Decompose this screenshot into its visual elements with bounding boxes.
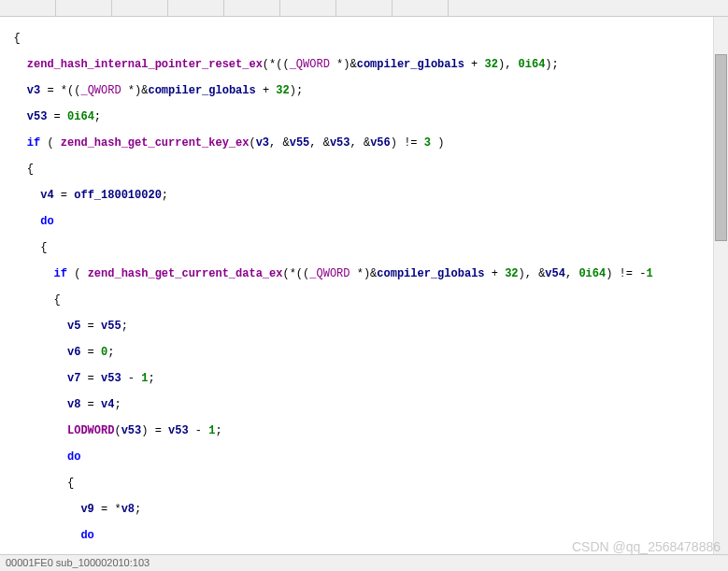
paren: (*(( (282, 267, 309, 280)
local-var: v8 (67, 398, 80, 411)
brace: { (0, 32, 21, 45)
local-var: v5 (67, 320, 80, 333)
code-view[interactable]: { zend_hash_internal_pointer_reset_ex(*(… (0, 17, 728, 554)
op: + (256, 84, 277, 97)
global-var: compiler_globals (148, 84, 255, 97)
local-var: v4 (101, 398, 114, 411)
op: *)& (121, 84, 149, 97)
op: ), & (519, 267, 546, 280)
indent (0, 267, 54, 280)
local-var: v7 (67, 372, 80, 385)
indent (0, 398, 67, 411)
indent (0, 320, 67, 333)
local-var: v55 (290, 136, 310, 150)
indent (0, 189, 40, 202)
paren: (*(( (263, 58, 290, 71)
semi: ; (215, 424, 221, 437)
toolbar (0, 0, 728, 17)
op: = (80, 346, 101, 359)
indent (0, 372, 67, 385)
toolbar-tab[interactable] (112, 0, 168, 16)
op: , & (269, 136, 290, 150)
local-var: v56 (370, 136, 391, 150)
toolbar-tab[interactable] (224, 0, 280, 16)
toolbar-tab[interactable] (280, 0, 336, 16)
semi: ; (162, 189, 168, 202)
number: 32 (276, 84, 289, 97)
op: + (485, 267, 506, 280)
status-address: 00001FE0 sub_100002010:103 (6, 557, 150, 569)
local-var: v3 (256, 136, 269, 150)
op: , & (350, 136, 371, 150)
toolbar-tab[interactable] (0, 0, 56, 16)
paren: ( (67, 267, 88, 280)
type: _QWORD (80, 84, 121, 97)
local-var: v53 (101, 372, 121, 385)
brace: { (0, 293, 61, 307)
toolbar-tab[interactable] (336, 0, 393, 16)
semi: ; (107, 346, 114, 359)
semi: ; (135, 503, 141, 516)
func-call: zend_hash_get_current_key_ex (61, 136, 250, 150)
type: _QWORD (309, 267, 350, 280)
func-call: zend_hash_internal_pointer_reset_ex (27, 58, 263, 71)
keyword-do: do (40, 215, 53, 228)
status-bar: 00001FE0 sub_100002010:103 (0, 554, 728, 571)
indent (0, 58, 27, 71)
toolbar-tab[interactable] (168, 0, 224, 16)
semi: ; (94, 110, 101, 123)
brace: { (0, 163, 34, 176)
op: ) = (141, 424, 168, 437)
local-var: v53 (168, 424, 189, 437)
indent (0, 84, 27, 97)
op: ) != - (606, 267, 646, 280)
local-var: v3 (27, 84, 40, 97)
op: = * (94, 503, 121, 516)
local-var: v8 (121, 503, 135, 516)
global-var: compiler_globals (357, 58, 464, 71)
keyword-if: if (27, 136, 40, 150)
func-call: LODWORD (67, 424, 114, 437)
local-var: v4 (40, 189, 53, 202)
keyword-do: do (80, 529, 93, 542)
number: 1 (646, 267, 652, 280)
brace: { (0, 477, 74, 490)
indent (0, 215, 40, 228)
local-var: v6 (67, 346, 80, 359)
keyword-if: if (54, 267, 67, 280)
global-var: compiler_globals (377, 267, 484, 280)
indent (0, 424, 67, 437)
number: 0i64 (578, 267, 606, 280)
semi: ; (148, 372, 154, 385)
indent (0, 346, 67, 359)
indent (0, 136, 27, 150)
keyword-do: do (67, 450, 80, 464)
op: = (80, 372, 101, 385)
op: + (464, 58, 485, 71)
op: = (47, 110, 67, 123)
local-var: v53 (330, 136, 350, 150)
semi: ); (290, 84, 303, 97)
number: 0i64 (67, 110, 94, 123)
op: - (189, 424, 209, 437)
op: = (54, 189, 75, 202)
vertical-scrollbar[interactable] (713, 17, 728, 554)
scroll-thumb[interactable] (715, 54, 727, 241)
paren: ( (40, 136, 61, 150)
op: *)& (330, 58, 357, 71)
number: 32 (485, 58, 498, 71)
op: = *(( (40, 84, 80, 97)
indent (0, 450, 67, 464)
paren: ), (498, 58, 519, 71)
op: ) != (391, 136, 424, 150)
indent (0, 110, 27, 123)
op: , (565, 267, 578, 280)
number: 0i64 (519, 58, 546, 71)
type: _QWORD (290, 58, 330, 71)
func-call: zend_hash_get_current_data_ex (88, 267, 283, 280)
toolbar-tab[interactable] (393, 0, 449, 16)
global-var: off_180010020 (74, 189, 162, 202)
semi: ; (121, 320, 128, 333)
toolbar-tab[interactable] (56, 0, 112, 16)
local-var: v53 (27, 110, 48, 123)
